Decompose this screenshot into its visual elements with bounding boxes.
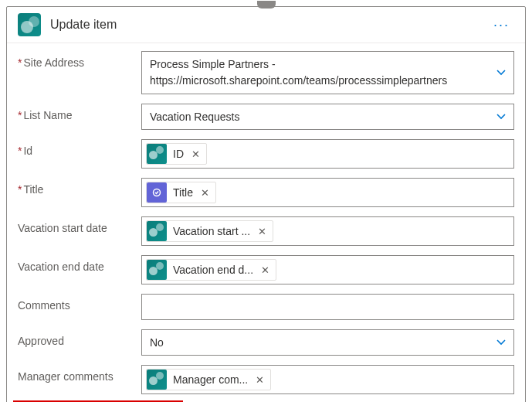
- token-remove-icon[interactable]: ✕: [256, 226, 268, 237]
- update-item-card: Update item ··· *Site Address Process Si…: [6, 6, 526, 402]
- token-remove-icon[interactable]: ✕: [259, 264, 271, 276]
- sharepoint-icon: [147, 221, 167, 241]
- row-comments: Comments: [18, 294, 514, 320]
- token-title[interactable]: Title ✕: [146, 182, 216, 203]
- field-id[interactable]: ID ✕: [141, 139, 514, 169]
- sharepoint-icon: [18, 13, 41, 36]
- token-remove-icon[interactable]: ✕: [199, 187, 211, 199]
- site-address-line2: https://microsoft.sharepoint.com/teams/p…: [150, 73, 490, 89]
- chevron-down-icon: [495, 336, 507, 349]
- row-approved: Approved No: [18, 329, 514, 356]
- sharepoint-icon: [147, 260, 167, 280]
- card-title: Update item: [50, 18, 117, 32]
- field-title[interactable]: Title ✕: [141, 178, 514, 207]
- row-title: *Title Title ✕: [18, 178, 514, 207]
- approvals-icon: [147, 182, 167, 203]
- label-list-name: *List Name: [18, 104, 141, 121]
- field-comments[interactable]: [141, 294, 514, 320]
- token-id[interactable]: ID ✕: [146, 143, 207, 165]
- label-vacation-start: Vacation start date: [18, 216, 141, 234]
- card-header: Update item ···: [7, 7, 525, 43]
- label-approved: Approved: [18, 329, 141, 347]
- field-approved[interactable]: No: [141, 329, 514, 356]
- row-manager-comments: Manager comments Manager com... ✕: [18, 365, 514, 394]
- chevron-down-icon: [495, 66, 507, 79]
- row-vacation-end: Vacation end date Vacation end d... ✕: [18, 255, 514, 284]
- label-title: *Title: [18, 178, 141, 196]
- label-manager-comments: Manager comments: [18, 365, 141, 383]
- label-vacation-end: Vacation end date: [18, 255, 141, 273]
- approved-value: No: [145, 336, 164, 349]
- field-site-address[interactable]: Process Simple Partners - https://micros…: [141, 51, 514, 94]
- label-id: *Id: [18, 139, 141, 157]
- collapse-handle[interactable]: [257, 1, 276, 9]
- field-manager-comments[interactable]: Manager com... ✕: [141, 365, 514, 394]
- token-remove-icon[interactable]: ✕: [190, 148, 202, 160]
- field-vacation-end[interactable]: Vacation end d... ✕: [141, 255, 514, 284]
- chevron-down-icon: [495, 111, 507, 123]
- field-list-name[interactable]: Vacation Requests: [141, 104, 514, 130]
- sharepoint-icon: [147, 370, 167, 390]
- row-site-address: *Site Address Process Simple Partners - …: [18, 51, 514, 94]
- sharepoint-icon: [147, 144, 167, 164]
- site-address-line1: Process Simple Partners -: [150, 56, 490, 73]
- row-id: *Id ID ✕: [18, 139, 514, 169]
- token-remove-icon[interactable]: ✕: [254, 374, 266, 386]
- list-name-value: Vacation Requests: [145, 111, 239, 123]
- token-vacation-start[interactable]: Vacation start ... ✕: [146, 220, 273, 242]
- label-site-address: *Site Address: [18, 51, 141, 69]
- card-menu-button[interactable]: ···: [489, 14, 514, 36]
- card-body: *Site Address Process Simple Partners - …: [7, 43, 525, 402]
- token-manager-comments[interactable]: Manager com... ✕: [146, 369, 271, 390]
- field-vacation-start[interactable]: Vacation start ... ✕: [141, 216, 514, 246]
- row-vacation-start: Vacation start date Vacation start ... ✕: [18, 216, 514, 246]
- token-vacation-end[interactable]: Vacation end d... ✕: [146, 259, 276, 281]
- label-comments: Comments: [18, 294, 141, 312]
- row-list-name: *List Name Vacation Requests: [18, 104, 514, 130]
